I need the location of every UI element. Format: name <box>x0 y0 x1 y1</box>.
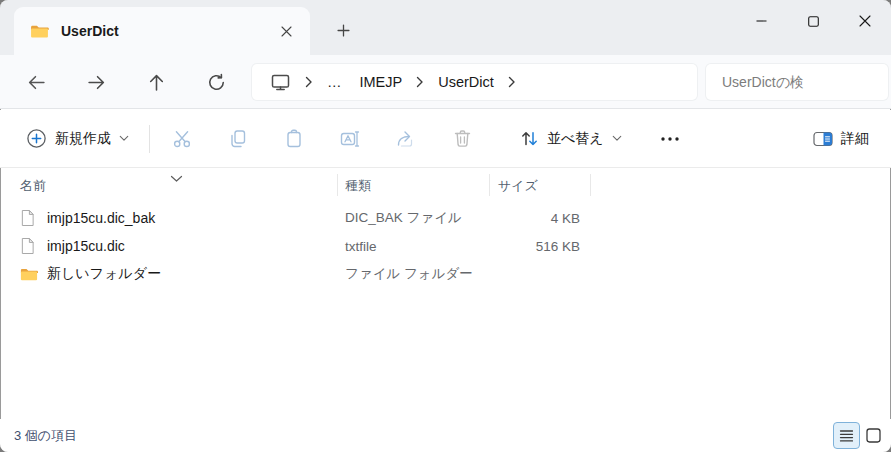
file-name: 新しいフォルダー <box>47 265 161 283</box>
sort-button-label: 並べ替え <box>547 130 604 148</box>
plus-icon <box>337 24 350 37</box>
navigation-bar: … IMEJP UserDict <box>0 55 891 109</box>
toolbar-separator <box>149 125 150 153</box>
this-pc-icon[interactable] <box>252 73 297 92</box>
table-row[interactable]: imjp15cu.dic_bak DIC_BAK ファイル 4 KB <box>0 204 891 232</box>
back-button[interactable] <box>16 63 56 101</box>
scissors-icon <box>172 129 192 149</box>
thumbnail-view-icon <box>865 427 882 444</box>
window-controls <box>735 0 891 42</box>
column-header-size[interactable]: サイズ <box>498 177 538 195</box>
search-box[interactable] <box>706 64 888 100</box>
address-bar[interactable]: … IMEJP UserDict <box>252 64 697 100</box>
file-name: imjp15cu.dic_bak <box>47 210 155 226</box>
file-icon <box>20 237 40 255</box>
sort-button[interactable]: 並べ替え <box>514 121 628 156</box>
see-more-button[interactable] <box>648 117 692 161</box>
column-header-row: 名前 種類 サイズ <box>0 168 891 202</box>
file-type: ファイル フォルダー <box>345 265 473 283</box>
minimize-button[interactable] <box>735 0 787 42</box>
column-divider[interactable] <box>337 174 338 196</box>
new-button-label: 新規作成 <box>55 130 111 148</box>
ellipsis-icon <box>661 137 679 141</box>
file-type: DIC_BAK ファイル <box>345 209 462 227</box>
chevron-right-icon[interactable] <box>297 76 321 88</box>
close-icon <box>281 26 292 37</box>
chevron-down-icon <box>119 135 129 142</box>
breadcrumb-userdict[interactable]: UserDict <box>432 65 500 99</box>
new-button[interactable]: 新規作成 <box>20 120 135 157</box>
search-input[interactable] <box>706 74 891 90</box>
list-view-icon <box>839 429 854 443</box>
status-bar: 3 個の項目 <box>0 419 891 452</box>
tab-bar: UserDict <box>0 0 891 55</box>
refresh-button[interactable] <box>196 63 236 101</box>
sort-indicator-chevron-icon <box>170 169 183 187</box>
folder-icon <box>30 24 49 39</box>
table-row[interactable]: imjp15cu.dic txtfile 516 KB <box>0 232 891 260</box>
paste-button[interactable] <box>266 117 322 161</box>
tab-close-button[interactable] <box>272 17 300 45</box>
items-count-label: 3 個の項目 <box>14 427 77 445</box>
refresh-icon <box>207 73 226 92</box>
forward-arrow-icon <box>87 73 106 92</box>
paste-icon <box>284 129 304 149</box>
copy-icon <box>228 129 248 149</box>
large-icons-view-toggle[interactable] <box>862 422 885 449</box>
breadcrumb-ellipsis[interactable]: … <box>321 65 348 99</box>
column-header-type[interactable]: 種類 <box>345 177 371 195</box>
breadcrumb-imejp[interactable]: IMEJP <box>354 65 409 99</box>
column-divider[interactable] <box>489 174 490 196</box>
trash-icon <box>453 129 472 148</box>
delete-button[interactable] <box>434 117 490 161</box>
details-pane-icon <box>813 130 833 148</box>
tab-userdict[interactable]: UserDict <box>14 7 310 55</box>
file-icon <box>20 209 40 227</box>
file-size: 516 KB <box>486 239 580 254</box>
column-header-name[interactable]: 名前 <box>20 177 46 195</box>
sort-arrows-icon <box>520 129 539 148</box>
file-type: txtfile <box>345 239 377 254</box>
rename-button[interactable] <box>322 117 378 161</box>
file-list: imjp15cu.dic_bak DIC_BAK ファイル 4 KB imjp1… <box>0 204 891 288</box>
maximize-icon <box>808 16 819 27</box>
up-button[interactable] <box>136 63 176 101</box>
rename-icon <box>340 129 360 149</box>
chevron-down-icon <box>612 135 622 142</box>
plus-circle-icon <box>26 128 47 149</box>
column-divider[interactable] <box>590 174 591 196</box>
command-toolbar: 新規作成 <box>0 110 891 168</box>
table-row[interactable]: 新しいフォルダー ファイル フォルダー <box>0 260 891 288</box>
up-arrow-icon <box>147 73 166 92</box>
back-arrow-icon <box>27 73 46 92</box>
details-view-toggle[interactable] <box>833 422 860 449</box>
details-view-button[interactable]: 詳細 <box>807 122 875 156</box>
minimize-icon <box>756 20 767 22</box>
close-window-button[interactable] <box>839 0 891 42</box>
chevron-right-icon[interactable] <box>500 76 524 88</box>
maximize-button[interactable] <box>787 0 839 42</box>
share-button[interactable] <box>378 117 434 161</box>
explorer-window: UserDict <box>0 0 891 452</box>
file-size: 4 KB <box>486 211 580 226</box>
cut-button[interactable] <box>154 117 210 161</box>
folder-icon <box>20 267 40 282</box>
tab-title: UserDict <box>61 23 272 39</box>
forward-button[interactable] <box>76 63 116 101</box>
file-name: imjp15cu.dic <box>47 238 125 254</box>
close-icon <box>859 15 871 27</box>
details-button-label: 詳細 <box>841 130 869 148</box>
copy-button[interactable] <box>210 117 266 161</box>
share-icon <box>396 129 416 149</box>
new-tab-button[interactable] <box>327 14 359 46</box>
chevron-right-icon[interactable] <box>408 76 432 88</box>
